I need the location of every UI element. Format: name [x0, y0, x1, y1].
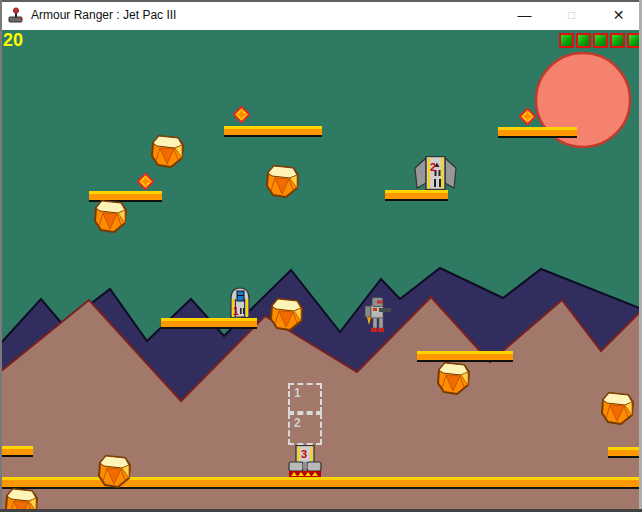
platform	[417, 351, 513, 362]
platform	[385, 190, 448, 201]
gold-crystal	[97, 455, 131, 488]
joystick-icon	[8, 7, 24, 23]
rocket-part-3-number: 3	[301, 448, 307, 460]
minimize-button[interactable]: —	[501, 0, 548, 30]
window-border-left	[0, 0, 2, 512]
gem-pickup	[137, 173, 154, 190]
rocket-nose-cone: 1	[228, 287, 252, 318]
game-window: Armour Ranger : Jet Pac III — □ ✕	[0, 0, 642, 512]
platform	[498, 127, 577, 138]
gem-pickup	[519, 108, 536, 125]
maximize-button[interactable]: □	[548, 0, 595, 30]
rocket-mid-section: 2	[413, 156, 458, 190]
window-border-top	[0, 0, 642, 2]
platform	[608, 447, 642, 458]
assembly-slot-1-number: 1	[294, 386, 301, 400]
gem-pickup	[233, 106, 250, 123]
assembly-slot-1: 1	[288, 383, 322, 413]
assembly-slot-2: 2	[288, 413, 322, 445]
gold-crystal	[436, 362, 470, 395]
fuel-cell	[576, 33, 591, 48]
gold-crystal	[600, 392, 634, 425]
platform	[0, 446, 33, 457]
rocket-part-1-number: 1	[233, 306, 239, 317]
score-display: 20	[3, 30, 23, 51]
player-character	[364, 297, 392, 333]
rocket-part-2-number: 2	[430, 161, 436, 173]
fuel-gauge	[559, 33, 642, 48]
fuel-cell	[559, 33, 574, 48]
close-button[interactable]: ✕	[595, 0, 642, 30]
gold-crystal	[265, 165, 299, 198]
platform	[161, 318, 257, 329]
gold-crystal	[150, 135, 184, 168]
rocket-engine-base: 3	[288, 445, 322, 478]
platform	[224, 126, 322, 137]
fuel-cell	[593, 33, 608, 48]
window-controls: — □ ✕	[501, 0, 642, 30]
game-area[interactable]: 1 2 1 2	[0, 30, 642, 512]
title-bar[interactable]: Armour Ranger : Jet Pac III — □ ✕	[0, 0, 642, 30]
gold-crystal	[93, 200, 127, 233]
assembly-slot-2-number: 2	[294, 416, 301, 430]
window-title: Armour Ranger : Jet Pac III	[31, 0, 176, 30]
gold-crystal	[269, 298, 303, 331]
fuel-cell	[610, 33, 625, 48]
